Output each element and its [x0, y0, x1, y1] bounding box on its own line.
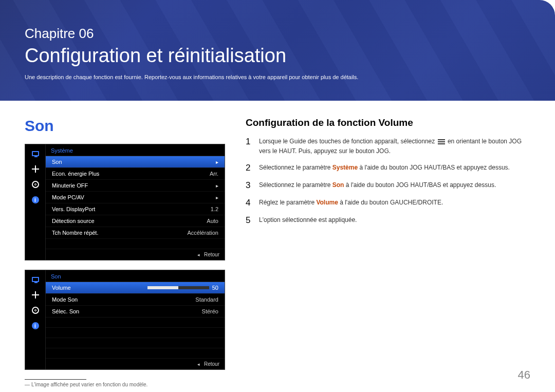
osd-row-label: Son	[52, 159, 62, 165]
step-pre: Sélectionnez le paramètre	[259, 164, 332, 171]
step-keyword: Système	[332, 164, 358, 171]
osd-row-mode-pcav: Mode PC/AV	[46, 192, 225, 203]
gear-icon	[28, 304, 43, 316]
section-title: Son	[25, 117, 225, 135]
footnote-text: L'image affichée peut varier en fonction…	[31, 382, 147, 387]
osd-header: Son	[46, 270, 225, 282]
step-number: 1	[246, 137, 253, 147]
osd-footer: ◂ Retour	[46, 249, 225, 260]
footnote: ―L'image affichée peut varier en fonctio…	[25, 382, 225, 387]
gear-icon	[28, 178, 43, 191]
osd-row-detection: Détection source Auto	[46, 215, 225, 227]
step-5: 5 L'option sélectionnée est appliquée.	[246, 215, 530, 226]
step-post: à l'aide du bouton GAUCHE/DROITE.	[338, 199, 443, 206]
osd-row-label: Minuterie OFF	[52, 182, 88, 189]
step-text: Sélectionnez le paramètre Son à l'aide d…	[259, 180, 496, 190]
step-number: 2	[246, 163, 253, 173]
step-pre: Lorsque le Guide des touches de fonction…	[259, 138, 437, 145]
step-pre: Sélectionnez le paramètre	[259, 181, 332, 189]
osd-row-label: Sélec. Son	[52, 308, 79, 314]
osd-row-value: Accélération	[187, 230, 218, 236]
info-icon: i	[28, 320, 43, 332]
osd-row-label: Mode Son	[52, 296, 78, 303]
step-3: 3 Sélectionnez le paramètre Son à l'aide…	[246, 180, 530, 191]
step-post: à l'aide du bouton JOG HAUT/BAS et appuy…	[358, 164, 510, 171]
osd-footer: ◂ Retour	[46, 359, 225, 369]
osd-footer-label: Retour	[204, 361, 219, 367]
osd-row-label: Tch Nombre répét.	[52, 230, 98, 236]
osd-row-mode-son: Mode Son Standard	[46, 294, 225, 306]
step-text: Sélectionnez le paramètre Système à l'ai…	[259, 163, 510, 173]
step-number: 5	[246, 215, 253, 226]
osd-row-label: Mode PC/AV	[52, 194, 84, 200]
osd-row-volume: Volume 50	[46, 282, 225, 294]
step-number: 4	[246, 198, 253, 208]
page-number: 46	[518, 368, 530, 382]
move-icon	[28, 289, 43, 301]
osd-row-displayport: Vers. DisplayPort 1.2	[46, 203, 225, 215]
osd-row-value: Arr.	[210, 171, 218, 177]
monitor-icon	[28, 273, 43, 286]
step-keyword: Son	[332, 181, 344, 189]
step-keyword: Volume	[316, 199, 338, 206]
chapter-desc: Une description de chaque fonction est f…	[25, 74, 530, 80]
osd-row-value: 1.2	[211, 206, 218, 212]
osd-header: Système	[46, 144, 225, 156]
chapter-label: Chapitre 06	[25, 26, 530, 42]
move-icon	[28, 163, 43, 175]
step-pre: L'option sélectionnée est appliquée.	[259, 216, 357, 223]
left-column: Son i Système Son Econ. énergie	[25, 117, 225, 387]
osd-row-label: Econ. énergie Plus	[52, 171, 99, 177]
osd-row-label: Vers. DisplayPort	[52, 206, 95, 212]
osd-row-label: Détection source	[52, 218, 95, 224]
osd-row-minuterie: Minuterie OFF	[46, 180, 225, 192]
osd-footer-label: Retour	[204, 252, 219, 257]
page-content: Son i Système Son Econ. énergie	[0, 101, 555, 392]
step-text: L'option sélectionnée est appliquée.	[259, 215, 357, 225]
osd-row-econ: Econ. énergie Plus Arr.	[46, 168, 225, 180]
osd-sidebar: i	[25, 144, 46, 260]
right-column: Configuration de la fonction Volume 1 Lo…	[246, 117, 530, 387]
osd-row-value: Auto	[207, 218, 218, 224]
footnote-rule	[25, 379, 86, 380]
arrow-right-icon	[216, 183, 218, 189]
menu-icon	[438, 139, 445, 144]
step-2: 2 Sélectionnez le paramètre Système à l'…	[246, 163, 530, 173]
arrow-left-icon: ◂	[197, 252, 200, 257]
osd-row-value: 50	[147, 285, 218, 291]
step-4: 4 Réglez le paramètre Volume à l'aide du…	[246, 198, 530, 208]
step-1: 1 Lorsque le Guide des touches de foncti…	[246, 137, 530, 156]
monitor-icon	[28, 147, 43, 160]
osd-son-panel: i Son Volume 50 Mode Son Standard	[25, 270, 225, 370]
chapter-header: Chapitre 06 Configuration et réinitialis…	[0, 0, 555, 101]
osd-row-selec-son: Sélec. Son Stéréo	[46, 306, 225, 318]
step-text: Réglez le paramètre Volume à l'aide du b…	[259, 198, 443, 208]
chapter-title: Configuration et réinitialisation	[25, 45, 530, 67]
arrow-left-icon: ◂	[197, 362, 200, 367]
subsection-title: Configuration de la fonction Volume	[246, 117, 530, 128]
arrow-right-icon	[216, 159, 218, 165]
osd-system-panel: i Système Son Econ. énergie Plus Arr. Mi…	[25, 144, 225, 260]
info-icon: i	[28, 194, 43, 206]
osd-sidebar: i	[25, 270, 46, 369]
osd-row-tch: Tch Nombre répét. Accélération	[46, 227, 225, 239]
step-text: Lorsque le Guide des touches de fonction…	[259, 137, 530, 156]
osd-row-value: Stéréo	[202, 308, 218, 314]
steps-list: 1 Lorsque le Guide des touches de foncti…	[246, 137, 530, 226]
step-number: 3	[246, 180, 253, 191]
osd-row-label: Volume	[52, 285, 71, 291]
osd-row-son: Son	[46, 156, 225, 168]
arrow-right-icon	[216, 195, 218, 200]
step-post: à l'aide du bouton JOG HAUT/BAS et appuy…	[344, 181, 496, 189]
volume-slider	[147, 286, 209, 289]
step-pre: Réglez le paramètre	[259, 199, 316, 206]
volume-value: 50	[212, 285, 218, 291]
osd-row-value: Standard	[195, 296, 218, 303]
